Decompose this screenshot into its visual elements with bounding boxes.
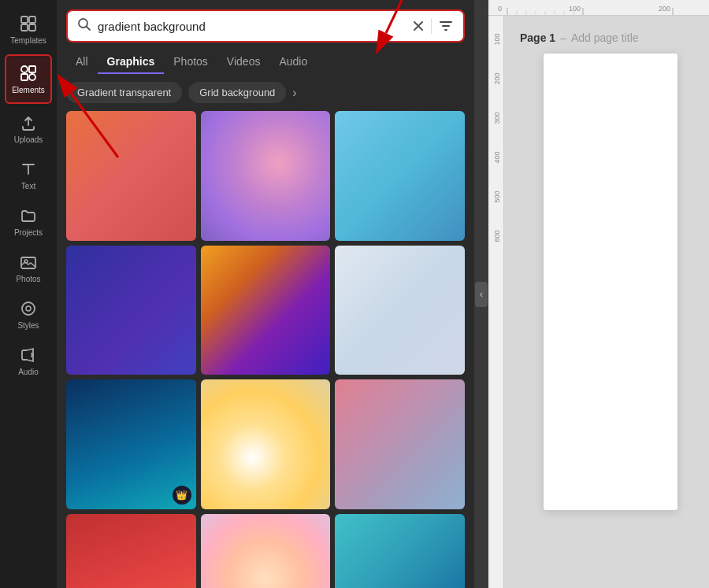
- page-title-row: Page 1 – Add page title: [520, 31, 693, 44]
- sidebar-item-projects-label: Projects: [14, 228, 43, 237]
- gradient-item-1[interactable]: [66, 111, 196, 241]
- audio-icon: [19, 346, 38, 364]
- sidebar-item-audio[interactable]: Audio: [0, 338, 57, 384]
- tab-videos[interactable]: Videos: [217, 50, 270, 74]
- left-ruler: 100 200 300 400 500 600: [488, 16, 504, 588]
- sidebar-item-projects[interactable]: Projects: [0, 198, 57, 245]
- search-input[interactable]: [98, 20, 406, 33]
- search-clear-button[interactable]: [412, 20, 425, 32]
- search-area: [57, 0, 474, 43]
- sidebar-item-styles-label: Styles: [17, 321, 39, 330]
- sidebar-item-elements-label: Elements: [12, 86, 45, 94]
- svg-text:400: 400: [493, 151, 501, 163]
- styles-icon: [19, 299, 38, 318]
- gradient-item-6[interactable]: [335, 246, 465, 375]
- main-content-row: 100 200 300 400 500 600 Page 1 – Add pag…: [488, 16, 709, 588]
- svg-text:300: 300: [493, 112, 501, 124]
- svg-text:0: 0: [498, 5, 502, 13]
- sidebar-item-photos-label: Photos: [16, 275, 40, 283]
- elements-panel: All Graphics Photos Videos Audio Gradien…: [57, 0, 474, 588]
- canvas-area: 0 100 200 300 100 200 300 400: [488, 0, 709, 588]
- gradient-item-4[interactable]: [66, 246, 196, 375]
- gradient-item-5[interactable]: [201, 246, 331, 375]
- sidebar-item-templates-label: Templates: [10, 36, 46, 45]
- gradient-item-7[interactable]: 👑: [66, 379, 196, 509]
- page-separator: –: [560, 31, 566, 44]
- search-box: [66, 9, 465, 43]
- collapse-icon: ‹: [480, 289, 483, 300]
- gradient-item-8[interactable]: [201, 379, 331, 509]
- ruler-svg: 0 100 200 300: [492, 0, 709, 15]
- panel-collapse-handle[interactable]: ‹: [474, 0, 488, 588]
- canvas-white[interactable]: [544, 54, 677, 510]
- svg-point-7: [29, 74, 35, 80]
- uploads-icon: [19, 113, 38, 132]
- sidebar-item-text-label: Text: [21, 182, 35, 190]
- svg-rect-0: [21, 17, 28, 23]
- canvas-wrapper: Page 1 – Add page title: [504, 16, 709, 588]
- image-grid: 👑: [66, 111, 465, 588]
- svg-rect-3: [29, 24, 35, 31]
- sidebar-item-photos[interactable]: Photos: [0, 245, 57, 291]
- projects-icon: [19, 206, 38, 225]
- premium-badge: 👑: [173, 486, 191, 505]
- sidebar-item-templates[interactable]: Templates: [0, 6, 57, 53]
- svg-rect-1: [29, 17, 35, 23]
- tab-all[interactable]: All: [66, 50, 98, 74]
- svg-text:100: 100: [569, 5, 581, 13]
- svg-text:100: 100: [493, 33, 501, 45]
- svg-text:200: 200: [493, 72, 501, 84]
- svg-text:500: 500: [493, 190, 501, 202]
- gradient-grid: 👑: [57, 111, 474, 588]
- elements-icon: [19, 64, 38, 83]
- pill-grid-background[interactable]: Grid background: [188, 82, 286, 103]
- templates-icon: [19, 14, 38, 33]
- add-page-title[interactable]: Add page title: [571, 31, 639, 44]
- search-icon: [77, 17, 91, 35]
- gradient-item-2[interactable]: [201, 111, 331, 241]
- sidebar-item-elements[interactable]: Elements: [5, 54, 52, 104]
- sidebar-item-audio-label: Audio: [18, 368, 39, 376]
- svg-text:200: 200: [659, 5, 670, 13]
- sidebar: Templates Elements Uploads Text: [0, 0, 57, 588]
- tab-graphics[interactable]: Graphics: [98, 50, 165, 74]
- sidebar-item-styles[interactable]: Styles: [0, 291, 57, 338]
- gradient-item-11[interactable]: [201, 514, 331, 588]
- sidebar-item-uploads[interactable]: Uploads: [0, 105, 57, 152]
- svg-point-11: [26, 306, 31, 311]
- sidebar-item-text[interactable]: Text: [0, 152, 57, 198]
- chevron-right-icon[interactable]: ›: [292, 86, 296, 100]
- collapse-button[interactable]: ‹: [475, 282, 488, 307]
- page-label: Page 1: [520, 31, 555, 44]
- gradient-item-9[interactable]: [335, 379, 465, 509]
- svg-rect-2: [21, 24, 28, 31]
- svg-point-10: [22, 302, 35, 315]
- text-icon: [19, 160, 38, 179]
- gradient-item-10[interactable]: [66, 514, 196, 588]
- svg-rect-6: [21, 74, 28, 80]
- tab-photos[interactable]: Photos: [164, 50, 217, 74]
- pill-gradient-transparent[interactable]: Gradient transparent: [66, 82, 182, 103]
- top-ruler: 0 100 200 300: [488, 0, 709, 16]
- left-ruler-svg: 100 200 300 400 500 600: [488, 16, 504, 588]
- sidebar-item-uploads-label: Uploads: [14, 135, 43, 144]
- svg-rect-5: [29, 66, 35, 72]
- gradient-item-3[interactable]: [335, 111, 465, 241]
- svg-point-4: [21, 66, 28, 72]
- svg-text:600: 600: [493, 230, 501, 242]
- photos-icon: [19, 253, 38, 272]
- tabs-row: All Graphics Photos Videos Audio: [57, 43, 474, 74]
- tab-audio[interactable]: Audio: [269, 50, 317, 74]
- pills-row: Gradient transparent Grid background ›: [57, 74, 474, 111]
- gradient-item-12[interactable]: [335, 514, 465, 588]
- search-filter-button[interactable]: [431, 18, 454, 34]
